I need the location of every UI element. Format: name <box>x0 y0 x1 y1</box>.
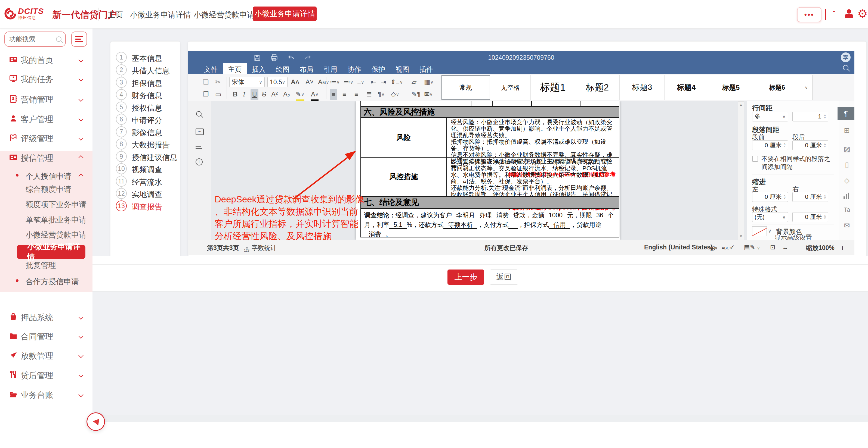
scroll-up-icon[interactable]: ▲ <box>739 103 743 107</box>
superscript-icon[interactable]: A² <box>271 89 278 99</box>
strikethrough-icon[interactable]: S <box>262 89 266 99</box>
chart-panel-icon[interactable] <box>843 193 849 199</box>
step-4[interactable]: 4财务信息 <box>111 89 180 101</box>
previous-step-button[interactable]: 上一步 <box>447 270 484 285</box>
submenu-item-single-batch[interactable]: 单笔单批业务申请 <box>26 215 88 226</box>
step-13-active[interactable]: 13调查报告 <box>111 201 180 212</box>
sidebar-item-marketing[interactable]: 营销管理 <box>0 93 92 106</box>
sidebar-item-ledger[interactable]: 业务台账 <box>0 388 92 401</box>
search-input[interactable] <box>9 35 56 43</box>
shading-icon[interactable]: ◇∨ <box>391 89 399 99</box>
feedback-float-button[interactable] <box>87 412 105 431</box>
style-heading6[interactable]: 标题6 <box>754 75 800 100</box>
advanced-settings-link[interactable]: 显示高级设置 <box>747 233 839 240</box>
submenu-item-comprehensive-limit[interactable]: 综合额度申请 <box>26 184 88 195</box>
submenu-item-approval-mgmt[interactable]: 批复管理 <box>26 260 88 271</box>
step-9[interactable]: 9授信建议信息 <box>111 151 180 163</box>
zoom-in-icon[interactable]: + <box>840 244 845 252</box>
headings-nav-icon[interactable] <box>195 144 203 150</box>
paragraph-panel-icon[interactable]: ¶ <box>838 107 855 120</box>
conclusion-box[interactable]: 调查结论：经调查，建议为客户李明月办理消费贷款，金额1000元，期限36个月，利… <box>361 208 619 237</box>
tab-insert[interactable]: 插入 <box>247 63 271 74</box>
sidebar-item-customer[interactable]: 客户管理 <box>0 112 92 125</box>
step-8[interactable]: 8大数据报告 <box>111 139 180 150</box>
format-painter-icon[interactable]: ✎¶ <box>411 89 421 99</box>
indent-right-input[interactable]: 0 厘米˄˅ <box>793 192 828 202</box>
mail-icon[interactable]: ✉∨ <box>424 89 433 99</box>
style-normal[interactable]: 常规 <box>441 75 490 100</box>
step-10[interactable]: 10视频调查 <box>111 163 180 175</box>
sidebar-item-contract[interactable]: 合同管理 <box>0 330 92 343</box>
cut-icon[interactable]: ✂ <box>215 77 221 87</box>
multilevel-list-icon[interactable]: ≡∨ <box>357 77 364 87</box>
align-center-icon[interactable]: ≡ <box>342 89 346 99</box>
mailmerge-panel-icon[interactable]: ✉ <box>839 221 855 230</box>
word-count[interactable]: ≡123字数统计 <box>244 244 277 252</box>
underline-icon[interactable]: U <box>250 89 258 100</box>
tab-layout[interactable]: 布局 <box>294 63 318 74</box>
page-indicator[interactable]: 第3页共3页 <box>207 244 239 252</box>
style-heading1[interactable]: 标题1 <box>531 75 575 100</box>
same-style-checkbox[interactable] <box>752 156 758 162</box>
select-icon[interactable]: ▭ <box>215 89 221 99</box>
submenu-item-micro-loan-apply[interactable]: 小微经营贷款申请 <box>26 230 88 241</box>
style-no-spacing[interactable]: 无空格 <box>490 75 530 100</box>
document-page[interactable]: 六、风险及风控措施 风险 经营风险：小微企业市场竞争力弱，易受行业波动（如政策变… <box>356 101 620 240</box>
editor-search-icon[interactable] <box>843 65 848 70</box>
align-left-icon[interactable]: ≡ <box>330 89 337 100</box>
style-gallery-expand-icon[interactable]: ∨ <box>800 75 812 100</box>
paste-icon[interactable]: ❐ <box>203 89 209 99</box>
style-heading4[interactable]: 标题4 <box>664 75 708 100</box>
zoom-level[interactable]: 缩放100% <box>806 244 835 252</box>
avatar[interactable]: 李 <box>841 53 850 62</box>
zoom-out-icon[interactable]: − <box>795 244 800 252</box>
step-11[interactable]: 11经营流水 <box>111 176 180 188</box>
sidebar-item-disbursement[interactable]: 放款管理 <box>0 349 92 362</box>
subscript-icon[interactable]: A₂ <box>283 89 290 99</box>
tab-file[interactable]: 文件 <box>199 63 223 74</box>
sidebar-item-rating[interactable]: 评级管理 <box>0 132 92 144</box>
decrease-indent-icon[interactable]: ⇤ <box>371 77 376 87</box>
font-size-select[interactable]: 10.5∨ <box>268 77 287 87</box>
spellcheck-icon[interactable]: ABC✓ <box>722 244 735 251</box>
step-3[interactable]: 3担保信息 <box>111 77 180 89</box>
submenu-partner-credit[interactable]: 合作方授信申请 <box>0 275 92 287</box>
change-case-icon[interactable]: Aa∨ <box>318 77 329 87</box>
fit-width-icon[interactable]: ↔ <box>782 244 788 251</box>
submenu-item-micro-detail-active[interactable]: 小微业务申请详情 <box>17 245 85 259</box>
nav-tab-home[interactable]: 主页 <box>108 10 123 20</box>
sidebar-item-collateral[interactable]: 押品系统 <box>0 311 92 323</box>
spacing-before-input[interactable]: 0 厘米˄˅ <box>752 140 788 150</box>
step-5[interactable]: 5授权信息 <box>111 102 180 113</box>
shrink-font-icon[interactable]: A˅ <box>306 77 314 87</box>
special-format-amount[interactable]: 0 厘米˄˅ <box>793 212 828 222</box>
grow-font-icon[interactable]: A˄ <box>291 77 299 87</box>
step-12[interactable]: 12实地调查 <box>111 188 180 200</box>
scroll-down-icon[interactable]: ▼ <box>739 234 743 239</box>
fit-page-icon[interactable]: ⊡ <box>770 244 775 251</box>
clear-format-icon[interactable]: ▱ <box>411 77 416 87</box>
align-right-icon[interactable]: ≡ <box>354 89 358 99</box>
collapse-menu-button[interactable] <box>71 32 87 47</box>
tab-collab[interactable]: 协作 <box>342 63 366 74</box>
style-heading2[interactable]: 标题2 <box>575 75 620 100</box>
sidebar-item-my-tasks[interactable]: 我的任务 <box>0 72 92 85</box>
bold-icon[interactable]: B <box>233 89 238 99</box>
settings-gear-icon[interactable]: ⚙ <box>858 7 868 21</box>
tab-home[interactable]: 主页 <box>223 63 247 74</box>
language-selector[interactable]: English (United States) ∨ <box>644 244 718 251</box>
bullet-list-icon[interactable]: ≔∨ <box>330 77 340 87</box>
font-color-icon[interactable]: A∨ <box>311 89 318 101</box>
increase-indent-icon[interactable]: ⇥ <box>380 77 386 87</box>
border-icon[interactable]: ▦∨ <box>424 77 433 87</box>
sidebar-item-my-home[interactable]: 我的首页 <box>0 53 92 66</box>
table-panel-icon[interactable]: ⊞ <box>839 126 855 135</box>
justify-icon[interactable]: ≣ <box>366 89 372 99</box>
return-button[interactable]: 返回 <box>490 270 518 285</box>
submenu-personal-credit[interactable]: 个人授信申请 <box>0 170 92 182</box>
page-panel-icon[interactable]: ▯ <box>839 161 855 169</box>
nav-tab-micro-detail[interactable]: 小微业务申请详情 <box>130 10 191 20</box>
comments-icon[interactable]: ⋯ <box>195 129 204 135</box>
step-7[interactable]: 7影像信息 <box>111 126 180 138</box>
italic-icon[interactable]: I <box>243 89 245 99</box>
